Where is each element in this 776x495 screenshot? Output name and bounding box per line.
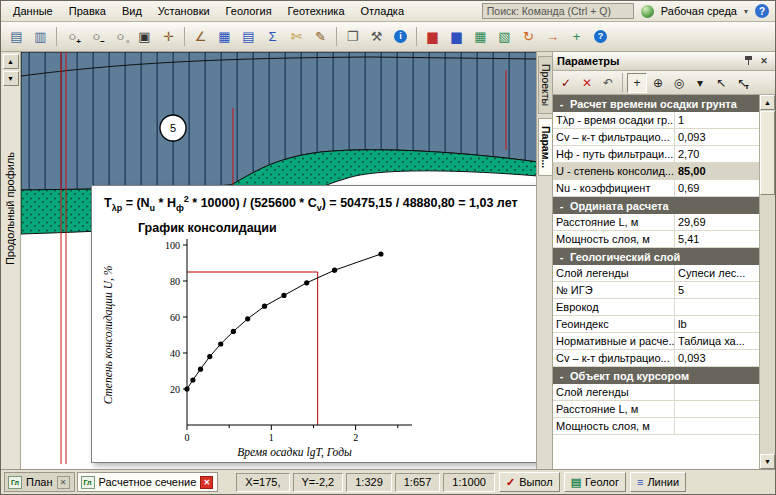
refresh-icon[interactable]: ↻	[517, 25, 540, 48]
table-green-icon[interactable]: ▦	[469, 25, 492, 48]
histogram-blue-icon[interactable]: ▆	[445, 25, 468, 48]
sum-icon[interactable]: Σ	[261, 25, 284, 48]
grid-row-value[interactable]: Супеси лес...	[675, 265, 759, 281]
help-icon[interactable]: ?	[755, 4, 769, 18]
snap-target-icon[interactable]: ◎	[669, 73, 689, 93]
grid-row[interactable]: Мощность слоя, м	[553, 418, 759, 435]
apply-icon[interactable]: ✓	[556, 73, 576, 93]
menu-item-5[interactable]: Геотехника	[280, 2, 353, 20]
collapse-icon[interactable]: -	[557, 251, 566, 263]
status-button-vypol[interactable]: ✓Выпол	[499, 472, 560, 492]
grid-row[interactable]: Еврокод	[553, 299, 759, 316]
histogram-red-icon[interactable]: ▆	[421, 25, 444, 48]
grid-row[interactable]: Нормативные и расче...Таблица ха...	[553, 333, 759, 350]
grid-row[interactable]: Тλр - время осадки гр...1	[553, 112, 759, 129]
info-icon[interactable]: i	[389, 25, 412, 48]
grid-row-value[interactable]: 85,00	[675, 163, 759, 179]
report-icon[interactable]: ▤	[237, 25, 260, 48]
zoom-window-icon[interactable]: ○▫	[109, 25, 132, 48]
scroll-down-icon[interactable]: ▼	[760, 454, 775, 469]
run-icon[interactable]: →	[541, 25, 564, 48]
grid-row[interactable]: Расстояние L, м29,69	[553, 214, 759, 231]
snap-circle-icon[interactable]: ⊕	[648, 73, 668, 93]
pencil-icon[interactable]: ✎	[309, 25, 332, 48]
grid-row-value[interactable]: lb	[675, 316, 759, 332]
table-green-add-icon[interactable]: ▧	[493, 25, 516, 48]
measure-icon[interactable]: ∠	[189, 25, 212, 48]
grid-row[interactable]: Сv – к-т фильтрацио...0,093	[553, 129, 759, 146]
scroll-up-icon[interactable]: ▲	[760, 95, 775, 110]
grid-row-value[interactable]: 0,69	[675, 180, 759, 196]
tab-section[interactable]: ГлРасчетное сечение✕	[77, 472, 219, 492]
collapse-icon[interactable]: -	[557, 370, 566, 382]
workspace-caret-icon[interactable]: ▾	[744, 7, 748, 16]
grid-row-value[interactable]: 5,41	[675, 231, 759, 247]
status-button-geolog[interactable]: ▤Геолог	[564, 472, 626, 492]
drawing-canvas[interactable]: 5 Тλр = (Nu * Нф2 * 10000) / (525600 * С…	[21, 52, 538, 469]
tab-plan[interactable]: ГлПлан✕	[4, 472, 75, 492]
grid-row-value[interactable]	[675, 299, 759, 315]
grid-group-header[interactable]: -Расчет времени осадки грунта	[553, 95, 759, 112]
grid-row[interactable]: Геоиндексlb	[553, 316, 759, 333]
close-tab-icon[interactable]: ✕	[200, 476, 213, 489]
grid-row[interactable]: Слой легенды	[553, 384, 759, 401]
grid-row[interactable]: Мощность слоя, м5,41	[553, 231, 759, 248]
snap-dropdown-icon[interactable]: ▾	[690, 73, 710, 93]
profile-window-icon[interactable]: ▤	[5, 25, 28, 48]
menu-item-6[interactable]: Отладка	[353, 2, 412, 20]
table-icon[interactable]: ▦	[213, 25, 236, 48]
grid-row-value[interactable]: 0,093	[675, 129, 759, 145]
scrollbar-thumb[interactable]	[760, 111, 775, 195]
workspace-label[interactable]: Рабочая среда	[661, 5, 737, 17]
grid-row-value[interactable]	[675, 418, 759, 434]
cursor-text-icon[interactable]: ↖т	[732, 73, 752, 93]
close-tab-icon[interactable]: ✕	[57, 476, 70, 489]
help-icon[interactable]: ?	[589, 25, 612, 48]
grid-row-value[interactable]: 1	[675, 112, 759, 128]
menu-item-2[interactable]: Вид	[114, 2, 150, 20]
pan-icon[interactable]: ✛	[157, 25, 180, 48]
grid-row-value[interactable]	[675, 384, 759, 400]
grid-row[interactable]: Слой легендыСупеси лес...	[553, 265, 759, 282]
status-button-linii[interactable]: ≡Линии	[630, 472, 686, 492]
grid-row-value[interactable]: 29,69	[675, 214, 759, 230]
grid-group-header[interactable]: -Ордината расчета	[553, 197, 759, 214]
collapse-icon[interactable]: -	[557, 200, 566, 212]
grid-row[interactable]: U - степень консолид...85,00	[553, 163, 759, 180]
grid-group-header[interactable]: -Геологический слой	[553, 248, 759, 265]
strip-down-button[interactable]: ▼	[3, 71, 19, 86]
menu-item-0[interactable]: Данные	[5, 2, 61, 20]
history-icon[interactable]: ↶	[598, 73, 618, 93]
grid-row[interactable]: Расстояние L, м	[553, 401, 759, 418]
zoom-in-icon[interactable]: ○+	[61, 25, 84, 48]
zoom-extents-icon[interactable]: ▣	[133, 25, 156, 48]
broom-icon[interactable]: ✄	[285, 25, 308, 48]
grid-row[interactable]: Nu - коэффициент0,69	[553, 180, 759, 197]
plan-window-icon[interactable]: ▥	[29, 25, 52, 48]
grid-row-value[interactable]: 2,70	[675, 146, 759, 162]
clipboard-icon[interactable]: ❐	[341, 25, 364, 48]
snap-crosshair-icon[interactable]: +	[627, 73, 647, 93]
grid-row-value[interactable]: Таблица ха...	[675, 333, 759, 349]
profile-view-tab[interactable]: Продольный профиль	[4, 152, 16, 265]
add-icon[interactable]: +	[565, 25, 588, 48]
tools-icon[interactable]: ⚒	[365, 25, 388, 48]
menu-item-4[interactable]: Геология	[218, 2, 280, 20]
cancel-icon[interactable]: ✕	[577, 73, 597, 93]
grid-row[interactable]: Нф - путь фильтраци...2,70	[553, 146, 759, 163]
collapse-icon[interactable]: -	[557, 98, 566, 110]
grid-group-header[interactable]: -Объект под курсором	[553, 367, 759, 384]
grid-row[interactable]: № ИГЭ5	[553, 282, 759, 299]
cursor-icon[interactable]: ↖	[711, 73, 731, 93]
grid-row-value[interactable]	[675, 401, 759, 417]
close-icon[interactable]: ✕	[757, 55, 771, 68]
grid-row-value[interactable]: 0,093	[675, 350, 759, 366]
property-grid-scrollbar[interactable]: ▲ ▼	[759, 95, 775, 469]
menu-item-3[interactable]: Установки	[150, 2, 218, 20]
grid-row[interactable]: Сv – к-т фильтрацио...0,093	[553, 350, 759, 367]
zoom-out-icon[interactable]: ○−	[85, 25, 108, 48]
strip-up-button[interactable]: ▲	[3, 54, 19, 69]
menu-item-1[interactable]: Правка	[61, 2, 114, 20]
command-search-input[interactable]	[482, 3, 634, 19]
pin-icon[interactable]	[741, 55, 755, 68]
